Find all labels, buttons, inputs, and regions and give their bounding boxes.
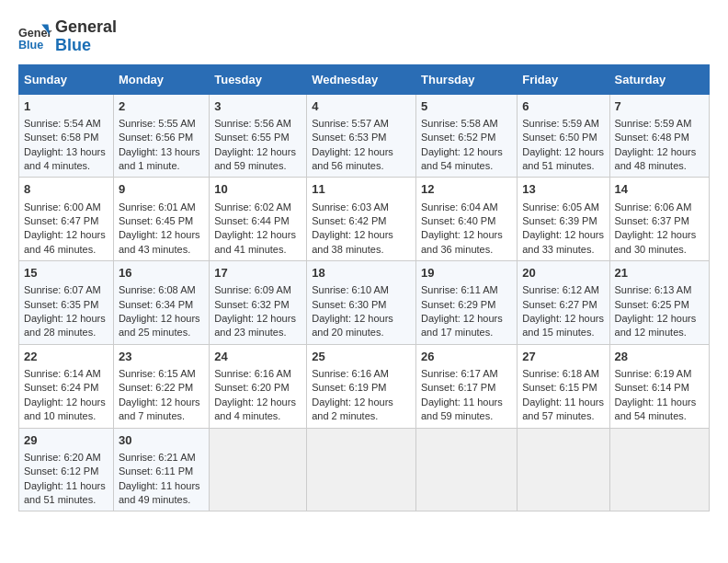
day-cell-12: 12Sunrise: 6:04 AMSunset: 6:40 PMDayligh… — [416, 178, 518, 261]
header-thursday: Thursday — [416, 64, 518, 94]
day-cell-27: 27Sunrise: 6:18 AMSunset: 6:15 PMDayligh… — [518, 344, 609, 428]
day-number: 28 — [615, 349, 704, 365]
sunset-label: Sunset: 6:58 PM — [24, 132, 98, 143]
week-row-2: 8Sunrise: 6:00 AMSunset: 6:47 PMDaylight… — [19, 178, 710, 261]
header-saturday: Saturday — [609, 64, 709, 94]
day-cell-19: 19Sunrise: 6:11 AMSunset: 6:29 PMDayligh… — [416, 261, 518, 345]
sunrise-label: Sunrise: 5:59 AM — [615, 118, 692, 129]
day-number: 17 — [214, 265, 301, 282]
daylight-label: Daylight: 13 hours and 1 minute. — [119, 146, 200, 171]
sunset-label: Sunset: 6:34 PM — [119, 299, 193, 310]
day-cell-13: 13Sunrise: 6:05 AMSunset: 6:39 PMDayligh… — [518, 178, 609, 261]
daylight-label: Daylight: 12 hours and 48 minutes. — [615, 146, 697, 171]
daylight-label: Daylight: 12 hours and 17 minutes. — [421, 313, 503, 338]
day-number: 3 — [214, 98, 301, 115]
sunset-label: Sunset: 6:47 PM — [24, 215, 98, 226]
sunrise-label: Sunrise: 6:08 AM — [119, 284, 196, 295]
sunset-label: Sunset: 6:30 PM — [312, 299, 386, 310]
calendar-header-row: SundayMondayTuesdayWednesdayThursdayFrid… — [19, 64, 710, 94]
day-cell-25: 25Sunrise: 6:16 AMSunset: 6:19 PMDayligh… — [307, 344, 416, 428]
daylight-label: Daylight: 11 hours and 57 minutes. — [522, 396, 604, 421]
daylight-label: Daylight: 12 hours and 2 minutes. — [312, 396, 393, 421]
sunrise-label: Sunrise: 5:57 AM — [312, 118, 389, 129]
day-cell-17: 17Sunrise: 6:09 AMSunset: 6:32 PMDayligh… — [210, 261, 307, 345]
daylight-label: Daylight: 12 hours and 4 minutes. — [214, 396, 296, 421]
daylight-label: Daylight: 12 hours and 30 minutes. — [615, 229, 697, 254]
daylight-label: Daylight: 11 hours and 51 minutes. — [24, 480, 106, 505]
day-number: 7 — [615, 98, 704, 115]
day-number: 30 — [119, 432, 204, 449]
day-cell-20: 20Sunrise: 6:12 AMSunset: 6:27 PMDayligh… — [518, 261, 609, 345]
sunset-label: Sunset: 6:53 PM — [312, 132, 386, 143]
sunrise-label: Sunrise: 5:59 AM — [522, 118, 599, 129]
daylight-label: Daylight: 11 hours and 54 minutes. — [615, 396, 697, 421]
sunset-label: Sunset: 6:45 PM — [119, 215, 193, 226]
daylight-label: Daylight: 13 hours and 4 minutes. — [24, 146, 106, 171]
day-cell-30: 30Sunrise: 6:21 AMSunset: 6:11 PMDayligh… — [113, 428, 209, 511]
sunset-label: Sunset: 6:29 PM — [421, 299, 495, 310]
daylight-label: Daylight: 11 hours and 59 minutes. — [421, 396, 503, 421]
sunset-label: Sunset: 6:40 PM — [421, 215, 495, 226]
day-number: 18 — [312, 265, 411, 282]
daylight-label: Daylight: 12 hours and 51 minutes. — [522, 146, 604, 171]
sunset-label: Sunset: 6:17 PM — [421, 382, 495, 393]
day-number: 20 — [522, 265, 604, 282]
sunrise-label: Sunrise: 6:21 AM — [119, 452, 196, 463]
sunrise-label: Sunrise: 6:02 AM — [214, 201, 291, 213]
sunset-label: Sunset: 6:39 PM — [522, 215, 597, 226]
day-cell-22: 22Sunrise: 6:14 AMSunset: 6:24 PMDayligh… — [19, 344, 114, 428]
sunrise-label: Sunrise: 6:19 AM — [615, 368, 692, 379]
day-cell-2: 2Sunrise: 5:55 AMSunset: 6:56 PMDaylight… — [113, 94, 209, 178]
sunset-label: Sunset: 6:12 PM — [24, 465, 98, 477]
sunrise-label: Sunrise: 6:00 AM — [24, 201, 101, 213]
empty-cell — [307, 428, 416, 511]
sunrise-label: Sunrise: 6:20 AM — [24, 452, 101, 463]
day-cell-3: 3Sunrise: 5:56 AMSunset: 6:55 PMDaylight… — [210, 94, 307, 178]
sunset-label: Sunset: 6:24 PM — [24, 382, 98, 393]
day-number: 15 — [24, 265, 108, 282]
day-cell-16: 16Sunrise: 6:08 AMSunset: 6:34 PMDayligh… — [113, 261, 209, 345]
sunset-label: Sunset: 6:20 PM — [214, 382, 289, 393]
day-cell-21: 21Sunrise: 6:13 AMSunset: 6:25 PMDayligh… — [609, 261, 709, 345]
day-cell-4: 4Sunrise: 5:57 AMSunset: 6:53 PMDaylight… — [307, 94, 416, 178]
daylight-label: Daylight: 12 hours and 15 minutes. — [522, 313, 604, 338]
day-number: 26 — [421, 349, 512, 365]
calendar-table: SundayMondayTuesdayWednesdayThursdayFrid… — [18, 64, 710, 512]
day-number: 23 — [119, 349, 204, 365]
sunset-label: Sunset: 6:56 PM — [119, 132, 193, 143]
header-sunday: Sunday — [19, 64, 114, 94]
day-number: 5 — [421, 98, 512, 115]
daylight-label: Daylight: 12 hours and 12 minutes. — [615, 313, 697, 338]
daylight-label: Daylight: 12 hours and 59 minutes. — [214, 146, 296, 171]
sunset-label: Sunset: 6:52 PM — [421, 132, 495, 143]
sunset-label: Sunset: 6:35 PM — [24, 299, 98, 310]
day-number: 12 — [421, 181, 512, 198]
sunset-label: Sunset: 6:55 PM — [214, 132, 289, 143]
empty-cell — [210, 428, 307, 511]
day-cell-10: 10Sunrise: 6:02 AMSunset: 6:44 PMDayligh… — [210, 178, 307, 261]
day-cell-11: 11Sunrise: 6:03 AMSunset: 6:42 PMDayligh… — [307, 178, 416, 261]
header-monday: Monday — [113, 64, 209, 94]
daylight-label: Daylight: 12 hours and 41 minutes. — [214, 229, 296, 254]
day-cell-15: 15Sunrise: 6:07 AMSunset: 6:35 PMDayligh… — [19, 261, 114, 345]
sunrise-label: Sunrise: 6:13 AM — [615, 284, 692, 295]
sunset-label: Sunset: 6:22 PM — [119, 382, 193, 393]
day-cell-7: 7Sunrise: 5:59 AMSunset: 6:48 PMDaylight… — [609, 94, 709, 178]
day-number: 2 — [119, 98, 204, 115]
sunset-label: Sunset: 6:27 PM — [522, 299, 597, 310]
daylight-label: Daylight: 12 hours and 54 minutes. — [421, 146, 503, 171]
daylight-label: Daylight: 12 hours and 7 minutes. — [119, 396, 200, 421]
week-row-4: 22Sunrise: 6:14 AMSunset: 6:24 PMDayligh… — [19, 344, 710, 428]
sunrise-label: Sunrise: 6:09 AM — [214, 284, 291, 295]
sunrise-label: Sunrise: 6:10 AM — [312, 284, 389, 295]
svg-text:Blue: Blue — [18, 38, 43, 51]
daylight-label: Daylight: 12 hours and 56 minutes. — [312, 146, 393, 171]
day-number: 21 — [615, 265, 704, 282]
daylight-label: Daylight: 12 hours and 33 minutes. — [522, 229, 604, 254]
logo: General Blue General Blue — [18, 18, 117, 55]
day-number: 6 — [522, 98, 604, 115]
day-cell-26: 26Sunrise: 6:17 AMSunset: 6:17 PMDayligh… — [416, 344, 518, 428]
sunset-label: Sunset: 6:15 PM — [522, 382, 597, 393]
sunrise-label: Sunrise: 5:55 AM — [119, 118, 196, 129]
daylight-label: Daylight: 12 hours and 36 minutes. — [421, 229, 503, 254]
